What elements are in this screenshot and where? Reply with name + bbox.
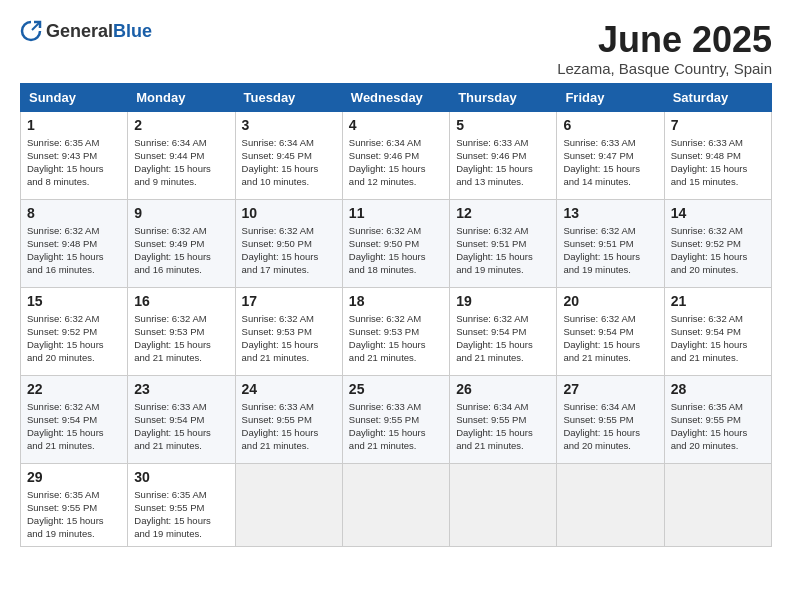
day-number: 27: [563, 381, 657, 397]
title-area: June 2025 Lezama, Basque Country, Spain: [557, 20, 772, 77]
day-number: 12: [456, 205, 550, 221]
day-info: Sunrise: 6:32 AM Sunset: 9:54 PM Dayligh…: [563, 312, 657, 365]
day-info: Sunrise: 6:32 AM Sunset: 9:51 PM Dayligh…: [456, 224, 550, 277]
header-thursday: Thursday: [450, 83, 557, 111]
table-row: [235, 463, 342, 546]
day-number: 7: [671, 117, 765, 133]
day-info: Sunrise: 6:34 AM Sunset: 9:45 PM Dayligh…: [242, 136, 336, 189]
table-row: 10Sunrise: 6:32 AM Sunset: 9:50 PM Dayli…: [235, 199, 342, 287]
table-row: [450, 463, 557, 546]
day-number: 23: [134, 381, 228, 397]
day-number: 16: [134, 293, 228, 309]
table-row: 21Sunrise: 6:32 AM Sunset: 9:54 PM Dayli…: [664, 287, 771, 375]
day-info: Sunrise: 6:33 AM Sunset: 9:47 PM Dayligh…: [563, 136, 657, 189]
day-info: Sunrise: 6:32 AM Sunset: 9:50 PM Dayligh…: [242, 224, 336, 277]
day-number: 6: [563, 117, 657, 133]
logo-general-text: General: [46, 21, 113, 41]
table-row: 14Sunrise: 6:32 AM Sunset: 9:52 PM Dayli…: [664, 199, 771, 287]
day-number: 10: [242, 205, 336, 221]
day-number: 2: [134, 117, 228, 133]
table-row: 15Sunrise: 6:32 AM Sunset: 9:52 PM Dayli…: [21, 287, 128, 375]
day-info: Sunrise: 6:35 AM Sunset: 9:43 PM Dayligh…: [27, 136, 121, 189]
month-year-title: June 2025: [557, 20, 772, 60]
day-number: 1: [27, 117, 121, 133]
table-row: 11Sunrise: 6:32 AM Sunset: 9:50 PM Dayli…: [342, 199, 449, 287]
day-number: 15: [27, 293, 121, 309]
logo-blue-text: Blue: [113, 21, 152, 41]
table-row: [342, 463, 449, 546]
day-number: 26: [456, 381, 550, 397]
day-number: 28: [671, 381, 765, 397]
day-info: Sunrise: 6:34 AM Sunset: 9:55 PM Dayligh…: [563, 400, 657, 453]
day-number: 11: [349, 205, 443, 221]
day-info: Sunrise: 6:32 AM Sunset: 9:49 PM Dayligh…: [134, 224, 228, 277]
day-number: 4: [349, 117, 443, 133]
day-info: Sunrise: 6:34 AM Sunset: 9:55 PM Dayligh…: [456, 400, 550, 453]
day-info: Sunrise: 6:35 AM Sunset: 9:55 PM Dayligh…: [134, 488, 228, 541]
day-info: Sunrise: 6:32 AM Sunset: 9:48 PM Dayligh…: [27, 224, 121, 277]
day-info: Sunrise: 6:32 AM Sunset: 9:53 PM Dayligh…: [349, 312, 443, 365]
header-wednesday: Wednesday: [342, 83, 449, 111]
day-number: 5: [456, 117, 550, 133]
table-row: 17Sunrise: 6:32 AM Sunset: 9:53 PM Dayli…: [235, 287, 342, 375]
table-row: 24Sunrise: 6:33 AM Sunset: 9:55 PM Dayli…: [235, 375, 342, 463]
day-number: 24: [242, 381, 336, 397]
table-row: 26Sunrise: 6:34 AM Sunset: 9:55 PM Dayli…: [450, 375, 557, 463]
day-info: Sunrise: 6:34 AM Sunset: 9:44 PM Dayligh…: [134, 136, 228, 189]
table-row: 16Sunrise: 6:32 AM Sunset: 9:53 PM Dayli…: [128, 287, 235, 375]
table-row: 3Sunrise: 6:34 AM Sunset: 9:45 PM Daylig…: [235, 111, 342, 199]
day-info: Sunrise: 6:32 AM Sunset: 9:54 PM Dayligh…: [456, 312, 550, 365]
table-row: 29Sunrise: 6:35 AM Sunset: 9:55 PM Dayli…: [21, 463, 128, 546]
day-info: Sunrise: 6:32 AM Sunset: 9:54 PM Dayligh…: [671, 312, 765, 365]
header-saturday: Saturday: [664, 83, 771, 111]
day-number: 14: [671, 205, 765, 221]
day-info: Sunrise: 6:33 AM Sunset: 9:55 PM Dayligh…: [242, 400, 336, 453]
day-info: Sunrise: 6:33 AM Sunset: 9:48 PM Dayligh…: [671, 136, 765, 189]
logo: GeneralBlue: [20, 20, 152, 42]
day-info: Sunrise: 6:32 AM Sunset: 9:53 PM Dayligh…: [134, 312, 228, 365]
table-row: 28Sunrise: 6:35 AM Sunset: 9:55 PM Dayli…: [664, 375, 771, 463]
table-row: 12Sunrise: 6:32 AM Sunset: 9:51 PM Dayli…: [450, 199, 557, 287]
day-number: 30: [134, 469, 228, 485]
header-tuesday: Tuesday: [235, 83, 342, 111]
table-row: 22Sunrise: 6:32 AM Sunset: 9:54 PM Dayli…: [21, 375, 128, 463]
table-row: 25Sunrise: 6:33 AM Sunset: 9:55 PM Dayli…: [342, 375, 449, 463]
day-info: Sunrise: 6:32 AM Sunset: 9:52 PM Dayligh…: [27, 312, 121, 365]
logo-icon: [20, 20, 42, 42]
day-number: 17: [242, 293, 336, 309]
table-row: [664, 463, 771, 546]
day-number: 21: [671, 293, 765, 309]
day-info: Sunrise: 6:32 AM Sunset: 9:53 PM Dayligh…: [242, 312, 336, 365]
days-header-row: Sunday Monday Tuesday Wednesday Thursday…: [21, 83, 772, 111]
day-number: 29: [27, 469, 121, 485]
calendar-table: Sunday Monday Tuesday Wednesday Thursday…: [20, 83, 772, 547]
header-sunday: Sunday: [21, 83, 128, 111]
day-info: Sunrise: 6:35 AM Sunset: 9:55 PM Dayligh…: [27, 488, 121, 541]
table-row: 18Sunrise: 6:32 AM Sunset: 9:53 PM Dayli…: [342, 287, 449, 375]
table-row: 13Sunrise: 6:32 AM Sunset: 9:51 PM Dayli…: [557, 199, 664, 287]
day-info: Sunrise: 6:32 AM Sunset: 9:51 PM Dayligh…: [563, 224, 657, 277]
day-number: 19: [456, 293, 550, 309]
day-info: Sunrise: 6:32 AM Sunset: 9:54 PM Dayligh…: [27, 400, 121, 453]
day-info: Sunrise: 6:32 AM Sunset: 9:52 PM Dayligh…: [671, 224, 765, 277]
day-number: 25: [349, 381, 443, 397]
header-monday: Monday: [128, 83, 235, 111]
day-number: 8: [27, 205, 121, 221]
table-row: 7Sunrise: 6:33 AM Sunset: 9:48 PM Daylig…: [664, 111, 771, 199]
table-row: 23Sunrise: 6:33 AM Sunset: 9:54 PM Dayli…: [128, 375, 235, 463]
table-row: 2Sunrise: 6:34 AM Sunset: 9:44 PM Daylig…: [128, 111, 235, 199]
header-friday: Friday: [557, 83, 664, 111]
day-info: Sunrise: 6:33 AM Sunset: 9:54 PM Dayligh…: [134, 400, 228, 453]
table-row: 8Sunrise: 6:32 AM Sunset: 9:48 PM Daylig…: [21, 199, 128, 287]
table-row: 19Sunrise: 6:32 AM Sunset: 9:54 PM Dayli…: [450, 287, 557, 375]
table-row: 30Sunrise: 6:35 AM Sunset: 9:55 PM Dayli…: [128, 463, 235, 546]
day-info: Sunrise: 6:33 AM Sunset: 9:55 PM Dayligh…: [349, 400, 443, 453]
day-number: 20: [563, 293, 657, 309]
day-number: 18: [349, 293, 443, 309]
table-row: 1Sunrise: 6:35 AM Sunset: 9:43 PM Daylig…: [21, 111, 128, 199]
day-info: Sunrise: 6:32 AM Sunset: 9:50 PM Dayligh…: [349, 224, 443, 277]
day-number: 9: [134, 205, 228, 221]
day-info: Sunrise: 6:33 AM Sunset: 9:46 PM Dayligh…: [456, 136, 550, 189]
table-row: 27Sunrise: 6:34 AM Sunset: 9:55 PM Dayli…: [557, 375, 664, 463]
page-header: GeneralBlue June 2025 Lezama, Basque Cou…: [20, 20, 772, 77]
